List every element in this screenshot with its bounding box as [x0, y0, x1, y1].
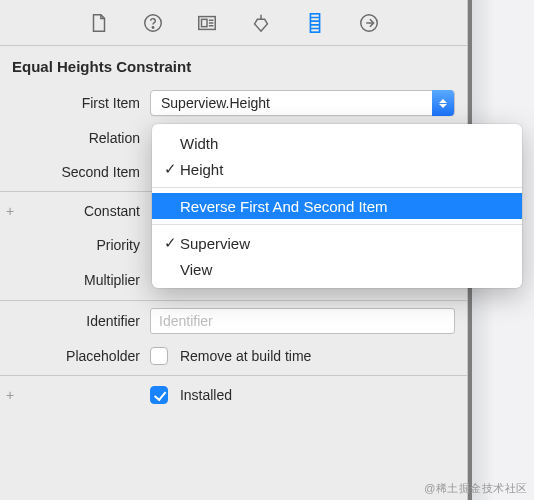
label-relation: Relation: [20, 130, 150, 146]
identity-inspector-icon[interactable]: [192, 8, 222, 38]
row-identifier: Identifier: [0, 303, 467, 339]
menu-item-label: Width: [180, 135, 218, 152]
identifier-input[interactable]: [150, 308, 455, 334]
inspector-toolbar: [0, 0, 467, 46]
menu-item-width[interactable]: Width: [152, 130, 522, 156]
menu-item-label: View: [180, 261, 212, 278]
divider: [0, 375, 467, 376]
menu-item-label: Superview: [180, 235, 250, 252]
attributes-inspector-icon[interactable]: [246, 8, 276, 38]
label-second-item: Second Item: [20, 164, 150, 180]
label-placeholder: Placeholder: [20, 348, 150, 364]
row-placeholder: Placeholder Remove at build time: [0, 339, 467, 373]
remove-at-build-checkbox[interactable]: [150, 347, 168, 365]
menu-separator: [152, 224, 522, 225]
installed-label: Installed: [180, 387, 232, 403]
label-constant: Constant: [20, 203, 150, 219]
menu-separator: [152, 187, 522, 188]
menu-item-height[interactable]: ✓ Height: [152, 156, 522, 182]
label-identifier: Identifier: [20, 313, 150, 329]
size-inspector-icon[interactable]: [300, 8, 330, 38]
checkmark-icon: ✓: [160, 234, 180, 252]
installed-checkbox[interactable]: [150, 386, 168, 404]
svg-rect-4: [310, 13, 319, 31]
remove-at-build-label: Remove at build time: [180, 348, 312, 364]
add-constant-icon[interactable]: +: [0, 204, 20, 218]
divider: [0, 300, 467, 301]
watermark: @稀土掘金技术社区: [424, 481, 528, 496]
svg-rect-3: [201, 19, 207, 26]
connections-inspector-icon[interactable]: [354, 8, 384, 38]
first-item-dropdown-menu: Width ✓ Height Reverse First And Second …: [152, 124, 522, 288]
menu-item-superview[interactable]: ✓ Superview: [152, 230, 522, 256]
add-installed-icon[interactable]: +: [0, 388, 20, 402]
first-item-popup[interactable]: Superview.Height: [150, 90, 455, 116]
chevron-updown-icon: [432, 90, 454, 116]
first-item-value: Superview.Height: [161, 95, 270, 111]
checkmark-icon: ✓: [160, 160, 180, 178]
row-installed: + Installed: [0, 378, 467, 412]
section-title: Equal Heights Constraint: [0, 46, 467, 85]
menu-item-label: Height: [180, 161, 223, 178]
label-multiplier: Multiplier: [20, 272, 150, 288]
svg-point-1: [152, 26, 153, 27]
help-inspector-icon[interactable]: [138, 8, 168, 38]
row-first-item: First Item Superview.Height: [0, 85, 467, 121]
menu-item-view[interactable]: View: [152, 256, 522, 282]
menu-item-reverse[interactable]: Reverse First And Second Item: [152, 193, 522, 219]
file-inspector-icon[interactable]: [84, 8, 114, 38]
menu-item-label: Reverse First And Second Item: [180, 198, 388, 215]
label-first-item: First Item: [20, 95, 150, 111]
label-priority: Priority: [20, 237, 150, 253]
